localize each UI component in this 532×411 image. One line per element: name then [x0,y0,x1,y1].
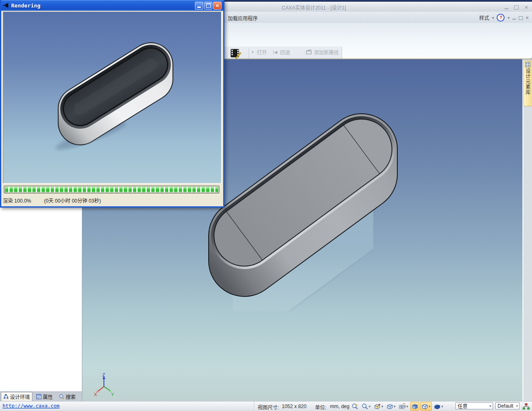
wireframe-display-icon [421,403,428,410]
render-progress-fill [5,187,218,192]
dialog-close-icon: × [216,3,219,8]
clapperboard-icon [306,49,312,54]
units-label: 单位: [315,404,326,411]
view-size-label: 视图尺寸: [258,404,279,411]
view-orientation-button[interactable]: ▾ [373,402,385,411]
render-preview-scene [3,12,221,183]
iso-view-dropdown-icon: ▾ [394,404,396,409]
style-menu[interactable]: 样式 [479,14,489,21]
window-controls: × [505,4,528,10]
dialog-minimize-icon [197,7,201,8]
render-mode-button[interactable]: ▾ [433,402,445,411]
left-panel-tabs: 设计环境 属性 搜索 [0,391,82,401]
dialog-close-button[interactable]: × [213,2,222,10]
snap-mode-dropdown-icon: ▾ [488,404,493,408]
library-tab-label: 设计元素库 [524,68,531,95]
rewind-icon: |◀ [272,50,278,54]
config-combobox[interactable]: Default ▾ [495,402,520,409]
open-icon: ● [250,50,255,54]
rendering-dialog: Rendering × [0,0,224,208]
dialog-maximize-icon [206,3,211,8]
window-title: CAXA实体设计2011 - [设计1] [224,4,403,11]
status-bar: http://www.caxa.com 视图尺寸: 1052 x 820 单位:… [0,401,532,411]
view-orientation-icon [374,403,381,410]
render-status-text: 渲染 100.0% [3,197,31,204]
render-elapsed-time: (0天 00小时 00分钟 03秒) [44,197,101,204]
doc-close-icon[interactable]: × [526,15,529,21]
add-new-path-label: 添加新路径 [314,49,339,56]
style-dropdown-icon[interactable]: ▾ [492,16,494,20]
close-icon[interactable]: × [525,5,528,10]
caxa-website-link[interactable]: http://www.caxa.com [2,403,59,409]
dialog-minimize-button[interactable] [195,2,203,10]
camera-dropdown-icon: ▾ [406,404,409,409]
display-mode-button[interactable]: ▾ [420,402,432,411]
ribbon-right-controls: 样式 ▾ ? ▾ × [479,14,529,22]
open-label: 打开 [257,49,267,56]
render-mode-dropdown-icon: ▾ [441,404,443,409]
render-preview [3,12,222,183]
rendering-dialog-body: 渲染 100.0% (0天 00小时 00分钟 03秒) [1,11,223,205]
right-dock-strip: 设计元素库 [522,59,532,401]
snap-mode-combobox[interactable]: 任意 ▾ [456,402,493,409]
snap-mode-value: 任意 [458,402,468,409]
tab-design-environment-label: 设计环境 [10,393,30,400]
rendering-dialog-title: Rendering [11,2,40,9]
rewind-button[interactable]: |◀ 回退 [272,48,290,56]
view-orientation-dropdown-icon: ▾ [382,404,384,409]
pin-icon [3,2,9,8]
library-grid-icon [525,62,530,67]
assembly-structure-button[interactable] [521,402,531,411]
doc-restore-icon[interactable] [519,16,523,20]
statusbar-separator [254,401,255,411]
tab-properties-label: 属性 [43,393,53,400]
config-dropdown-icon: ▾ [515,404,519,408]
tab-load-applications[interactable]: 加载应用程序 [228,15,258,22]
render-mode-icon [434,403,441,410]
axis-z-label: Z [102,373,105,377]
axis-x-label: X [94,392,97,396]
camera-icon [399,403,406,409]
dialog-maximize-button[interactable] [204,2,212,10]
rewind-label: 回退 [280,49,290,56]
zoom-options-button[interactable]: ▾ [360,402,372,411]
animation-editor-icon [229,47,242,60]
zoom-dropdown-icon: ▾ [369,404,371,409]
minimize-icon[interactable] [505,8,508,9]
open-button[interactable]: ● 打开 [250,48,267,56]
coordinate-triad: Z X Y [94,373,114,396]
iso-view-icon [387,403,393,410]
statusbar-tools: ▾ ▾ ▾ [350,402,444,411]
camera-view-button[interactable]: ▾ [398,402,410,411]
doc-minimize-icon[interactable] [512,19,516,20]
properties-icon [36,394,42,399]
tab-design-environment[interactable]: 设计环境 [1,392,32,401]
help-icon[interactable]: ? [497,14,505,22]
axis-y-label: Y [111,392,114,396]
help-dropdown-icon[interactable]: ▾ [507,16,510,20]
zoom-in-icon [352,403,358,410]
zoom-options-icon [362,403,368,410]
search-icon [59,394,64,399]
caxa-application: CAXA实体设计2011 - [设计1] × 加载应用程序 样式 ▾ ? ▾ × [0,0,532,411]
design-tree-icon [3,394,9,399]
display-mode-dropdown-icon: ▾ [429,404,431,409]
iso-view-button[interactable]: ▾ [385,402,397,411]
shaded-display-icon [411,403,418,410]
tab-design-element-library[interactable]: 设计元素库 [523,61,532,106]
tab-properties[interactable]: 属性 [34,392,55,401]
shaded-display-button[interactable] [410,402,419,411]
tab-search-label: 搜索 [66,393,76,400]
add-new-path-button[interactable]: 添加新路径 [306,48,339,56]
tab-search[interactable]: 搜索 [57,392,78,401]
zoom-in-button[interactable] [350,402,360,411]
view-size-value: 1052 x 820 [282,404,306,409]
units-value: mm, deg [330,404,350,409]
render-progress-bar [4,186,219,193]
restore-icon[interactable] [514,5,519,10]
config-value: Default [498,403,513,409]
rendering-dialog-titlebar[interactable]: Rendering × [1,0,223,11]
org-chart-icon [522,403,530,410]
rendering-dialog-controls: × [195,2,222,10]
